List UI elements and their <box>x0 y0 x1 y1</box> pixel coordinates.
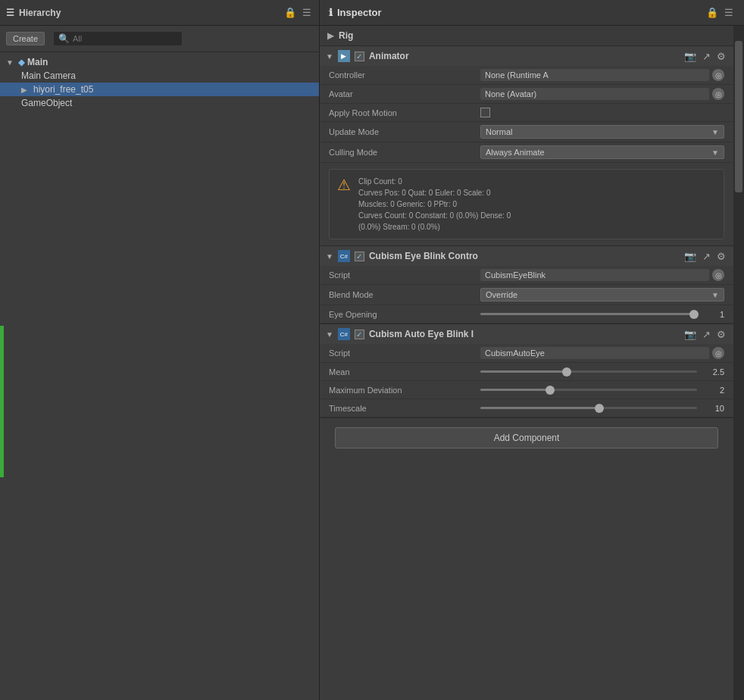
eye-blink-title: Cubism Eye Blink Contro <box>369 251 678 261</box>
inspector-scrollbar[interactable] <box>733 26 744 700</box>
eye-opening-slider-value: 1 <box>702 310 724 319</box>
inspector-menu-icon[interactable]: ☰ <box>723 5 735 20</box>
culling-mode-dropdown-text: Always Animate <box>486 148 545 157</box>
animator-component: ▼ ▶ Animator 📷 ↗ ⚙ Controller <box>320 46 733 246</box>
controller-row: Controller None (Runtime A ◎ <box>320 66 733 85</box>
auto-eye-blink-settings-btn[interactable]: ⚙ <box>715 329 727 340</box>
mean-slider-value: 2.5 <box>702 367 724 377</box>
max-dev-row: Maximum Deviation 2 <box>320 381 733 399</box>
inspector-title-text: Inspector <box>337 7 382 18</box>
hierarchy-lock-icon[interactable]: 🔒 <box>283 5 298 20</box>
mean-slider-container: 2.5 <box>480 367 724 377</box>
tree-item-gameobject[interactable]: GameObject <box>0 96 319 110</box>
update-mode-row: Update Mode Normal ▼ <box>320 122 733 142</box>
tree-item-main-camera[interactable]: Main Camera <box>0 69 319 83</box>
auto-eye-blink-select-btn[interactable]: ↗ <box>701 329 712 340</box>
timescale-row: Timescale 10 <box>320 399 733 417</box>
culling-mode-label: Culling Mode <box>329 148 480 157</box>
auto-eye-blink-script-value: CubismAutoEye ◎ <box>480 347 724 359</box>
inspector-lock-icon[interactable]: 🔒 <box>705 5 720 20</box>
animator-icon: ▶ <box>338 50 350 62</box>
controller-select-btn[interactable]: ◎ <box>712 69 724 81</box>
timescale-slider[interactable] <box>480 407 697 409</box>
animator-select-btn[interactable]: ↗ <box>701 51 712 62</box>
curves-count-text: Curves Count: 0 Constant: 0 (0.0%) Dense… <box>358 210 511 221</box>
search-bar: 🔍 <box>54 32 182 45</box>
mean-value: 2.5 <box>480 367 724 377</box>
mean-slider[interactable] <box>480 370 697 373</box>
auto-eye-blink-buttons: 📷 ↗ ⚙ <box>683 329 727 340</box>
animator-preview-btn[interactable]: 📷 <box>683 51 698 62</box>
auto-eye-blink-preview-btn[interactable]: 📷 <box>683 329 698 340</box>
auto-eye-blink-component: ▼ C# Cubism Auto Eye Blink I 📷 ↗ ⚙ Scrip… <box>320 324 733 418</box>
info-warning-icon: ⚠ <box>337 176 351 194</box>
search-icon: 🔍 <box>58 33 70 44</box>
hierarchy-toolbar: Create 🔍 <box>0 26 319 52</box>
animator-settings-btn[interactable]: ⚙ <box>715 51 727 62</box>
auto-eye-blink-script-row: Script CubismAutoEye ◎ <box>320 344 733 363</box>
eye-blink-script-row: Script CubismEyeBlink ◎ <box>320 266 733 285</box>
avatar-select-btn[interactable]: ◎ <box>712 88 724 100</box>
eye-blink-header[interactable]: ▼ C# Cubism Eye Blink Contro 📷 ↗ ⚙ <box>320 246 733 266</box>
culling-mode-dropdown[interactable]: Always Animate ▼ <box>480 145 724 159</box>
curves-pos-text: Curves Pos: 0 Quat: 0 Euler: 0 Scale: 0 <box>358 187 511 198</box>
eye-blink-script-select-btn[interactable]: ◎ <box>712 269 724 281</box>
auto-eye-blink-script-select-btn[interactable]: ◎ <box>712 347 724 359</box>
tree-item-main[interactable]: ▼ ◆ Main <box>0 55 319 69</box>
tree-label-main: Main <box>27 57 48 67</box>
auto-eye-blink-title: Cubism Auto Eye Blink I <box>369 329 678 339</box>
timescale-slider-container: 10 <box>480 404 724 413</box>
eye-opening-slider[interactable] <box>480 313 697 315</box>
avatar-field: None (Avatar) <box>480 88 709 100</box>
auto-eye-blink-script-field: CubismAutoEye <box>480 347 709 359</box>
culling-mode-dropdown-arrow: ▼ <box>711 148 719 157</box>
controller-value: None (Runtime A ◎ <box>480 69 724 81</box>
eye-opening-value: 1 <box>480 310 724 319</box>
update-mode-value: Normal ▼ <box>480 125 724 139</box>
max-dev-value: 2 <box>480 386 724 395</box>
hierarchy-icon: ☰ <box>6 8 14 18</box>
create-button[interactable]: Create <box>6 32 45 45</box>
animator-header[interactable]: ▼ ▶ Animator 📷 ↗ ⚙ <box>320 46 733 66</box>
tree-label-hiyori: hiyori_free_t05 <box>33 84 93 95</box>
animator-checkbox[interactable] <box>355 52 364 61</box>
apply-root-motion-row: Apply Root Motion <box>320 104 733 122</box>
tree-icon-main: ◆ <box>18 58 24 67</box>
timescale-slider-value: 10 <box>702 404 724 413</box>
rig-arrow: ▶ <box>327 30 334 41</box>
add-component-button[interactable]: Add Component <box>335 427 718 448</box>
rig-label: Rig <box>339 30 353 41</box>
culling-mode-row: Culling Mode Always Animate ▼ <box>320 142 733 163</box>
tree-arrow-main: ▼ <box>6 58 15 67</box>
blend-mode-dropdown-text: Override <box>486 290 517 299</box>
auto-eye-blink-header[interactable]: ▼ C# Cubism Auto Eye Blink I 📷 ↗ ⚙ <box>320 324 733 344</box>
search-input[interactable] <box>73 34 177 43</box>
eye-opening-label: Eye Opening <box>329 310 480 319</box>
timescale-value: 10 <box>480 404 724 413</box>
eye-blink-checkbox[interactable] <box>355 252 364 261</box>
blend-mode-dropdown[interactable]: Override ▼ <box>480 288 724 302</box>
max-dev-slider[interactable] <box>480 389 697 391</box>
update-mode-dropdown-text: Normal <box>486 127 512 136</box>
tree-item-hiyori[interactable]: ▶ hiyori_free_t05 <box>0 83 319 96</box>
apply-root-motion-label: Apply Root Motion <box>329 108 480 117</box>
eye-blink-select-btn[interactable]: ↗ <box>701 251 712 262</box>
auto-eye-blink-icon: C# <box>338 328 350 340</box>
animator-buttons: 📷 ↗ ⚙ <box>683 51 727 62</box>
animator-info-box: ⚠ Clip Count: 0 Curves Pos: 0 Quat: 0 Eu… <box>329 169 724 239</box>
blend-mode-dropdown-arrow: ▼ <box>711 291 719 299</box>
hierarchy-menu-icon[interactable]: ☰ <box>301 5 313 20</box>
max-dev-slider-container: 2 <box>480 386 724 395</box>
mean-label: Mean <box>329 367 480 377</box>
update-mode-dropdown[interactable]: Normal ▼ <box>480 125 724 139</box>
culling-mode-value: Always Animate ▼ <box>480 145 724 159</box>
eye-blink-preview-btn[interactable]: 📷 <box>683 251 698 262</box>
inspector-info-icon: ℹ <box>329 7 333 18</box>
eye-blink-settings-btn[interactable]: ⚙ <box>715 251 727 262</box>
info-text: Clip Count: 0 Curves Pos: 0 Quat: 0 Eule… <box>358 176 511 233</box>
inspector-header: ℹ Inspector 🔒 ☰ <box>320 0 744 26</box>
inspector-scrollbar-thumb[interactable] <box>735 41 742 192</box>
rig-section[interactable]: ▶ Rig <box>320 26 733 46</box>
apply-root-motion-checkbox[interactable] <box>480 108 490 117</box>
auto-eye-blink-checkbox[interactable] <box>355 330 364 339</box>
